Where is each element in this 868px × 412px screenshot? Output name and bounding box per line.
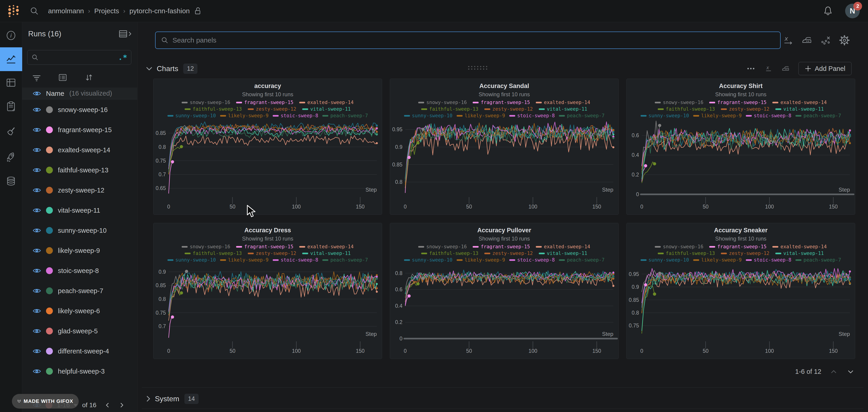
legend-item[interactable]: stoic-sweep-8 (746, 113, 792, 119)
global-search-icon[interactable] (29, 6, 39, 16)
charts-section-title[interactable]: Charts (157, 64, 178, 73)
smoothing-iron-icon[interactable] (801, 35, 812, 46)
run-name[interactable]: different-sweep-4 (58, 348, 109, 355)
breadcrumb-project-name[interactable]: pytorch-cnn-fashion (129, 7, 190, 15)
legend-item[interactable]: vital-sweep-11 (775, 106, 824, 112)
breadcrumb-projects[interactable]: Projects (94, 7, 119, 15)
eye-icon[interactable] (33, 368, 41, 374)
breadcrumb-user[interactable]: anmolmann (48, 7, 84, 15)
line-chart-plot[interactable]: 00.20.40.6050100150Step (627, 119, 855, 210)
run-name[interactable]: fragrant-sweep-15 (58, 126, 112, 134)
legend-item[interactable]: vital-sweep-11 (302, 106, 351, 112)
expand-runs-table-icon[interactable] (118, 29, 132, 39)
outliers-scatter-icon[interactable] (820, 35, 831, 46)
prev-page-icon[interactable] (104, 402, 111, 409)
line-chart-plot[interactable]: 0.750.80.850.90.95050100150Step (627, 263, 855, 355)
run-name[interactable]: zesty-sweep-12 (58, 187, 104, 194)
legend-item[interactable]: faithful-sweep-13 (185, 251, 242, 256)
legend-item[interactable]: zesty-sweep-12 (721, 106, 769, 112)
run-row[interactable]: sunny-sweep-10 (22, 220, 137, 241)
legend-item[interactable]: peach-sweep-7 (796, 257, 841, 263)
line-chart-plot[interactable]: 0.650.70.750.80.85050100150Step (154, 119, 382, 210)
run-name[interactable]: stoic-sweep-8 (58, 267, 99, 275)
artifacts-database-icon[interactable] (5, 176, 17, 187)
legend-item[interactable]: sunny-sweep-10 (167, 257, 216, 263)
run-row[interactable]: snowy-sweep-16 (22, 100, 137, 120)
legend-item[interactable]: stoic-sweep-8 (273, 257, 318, 263)
next-page-icon[interactable] (119, 402, 125, 409)
notifications-bell-icon[interactable] (823, 6, 833, 16)
eye-icon[interactable] (33, 107, 41, 113)
chevron-down-icon[interactable] (145, 66, 153, 71)
runs-search-input[interactable] (39, 54, 118, 61)
wandb-logo[interactable] (7, 4, 20, 18)
eye-icon[interactable] (33, 328, 41, 334)
line-chart-plot[interactable]: 00.20.40.60.8050100150Step (390, 263, 618, 355)
legend-item[interactable]: peach-sweep-7 (322, 113, 368, 119)
legend-item[interactable]: exalted-sweep-14 (536, 244, 590, 249)
x-axis-settings-icon[interactable]: x (783, 35, 794, 46)
legend-item[interactable]: fragrant-sweep-15 (473, 100, 530, 105)
group-list-icon[interactable] (58, 73, 67, 82)
run-row[interactable]: faithful-sweep-13 (22, 160, 137, 180)
runs-list-header[interactable]: Name (16 visualized) (22, 88, 137, 99)
run-name[interactable]: faithful-sweep-13 (58, 166, 108, 174)
legend-item[interactable]: faithful-sweep-13 (421, 251, 478, 256)
legend-item[interactable]: peach-sweep-7 (322, 257, 368, 263)
eye-icon[interactable] (33, 268, 41, 274)
legend-item[interactable]: peach-sweep-7 (796, 113, 841, 119)
run-row[interactable]: likely-sweep-6 (22, 301, 137, 321)
eye-icon[interactable] (33, 91, 41, 96)
run-name[interactable]: exalted-sweep-14 (58, 146, 110, 154)
legend-item[interactable]: exalted-sweep-14 (772, 100, 827, 105)
legend-item[interactable]: sunny-sweep-10 (404, 257, 453, 263)
legend-item[interactable]: peach-sweep-7 (559, 257, 604, 263)
overview-info-icon[interactable]: i (5, 30, 17, 41)
chart-panel-accuracy-shirt[interactable]: Accuracy ShirtShowing first 10 runssnowy… (626, 78, 855, 215)
section-overflow-menu-icon[interactable] (746, 64, 756, 74)
legend-item[interactable]: likely-sweep-9 (220, 113, 269, 119)
page-up-icon[interactable] (829, 368, 838, 375)
legend-item[interactable]: zesty-sweep-12 (248, 106, 296, 112)
page-down-icon[interactable] (846, 368, 855, 375)
legend-item[interactable]: stoic-sweep-8 (509, 113, 555, 119)
run-row[interactable]: stoic-sweep-8 (22, 261, 137, 281)
legend-item[interactable]: exalted-sweep-14 (299, 244, 353, 249)
run-row[interactable]: glad-sweep-5 (22, 321, 137, 341)
chart-panel-accuracy-sneaker[interactable]: Accuracy SneakerShowing first 10 runssno… (626, 223, 855, 359)
section-drag-handle[interactable] (467, 65, 489, 71)
run-name[interactable]: likely-sweep-9 (58, 247, 100, 254)
legend-item[interactable]: vital-sweep-11 (775, 251, 824, 256)
legend-item[interactable]: fragrant-sweep-15 (473, 244, 530, 249)
legend-item[interactable]: vital-sweep-11 (302, 251, 351, 256)
legend-item[interactable]: vital-sweep-11 (539, 251, 587, 256)
avatar[interactable]: N 2 (845, 4, 860, 18)
legend-item[interactable]: zesty-sweep-12 (484, 106, 533, 112)
section-smoothing-icon[interactable] (781, 64, 790, 73)
run-row[interactable]: vital-sweep-11 (22, 200, 137, 220)
chart-panel-accuracy[interactable]: accuracyShowing first 10 runssnowy-sweep… (153, 78, 382, 215)
run-row[interactable]: peach-sweep-7 (22, 281, 137, 301)
run-row[interactable]: fragrant-sweep-15 (22, 120, 137, 140)
legend-item[interactable]: fragrant-sweep-15 (709, 244, 767, 249)
legend-item[interactable]: likely-sweep-9 (220, 257, 269, 263)
run-row[interactable]: exalted-sweep-14 (22, 140, 137, 160)
legend-item[interactable]: likely-sweep-9 (457, 257, 505, 263)
eye-icon[interactable] (33, 308, 41, 314)
sweeps-broom-icon[interactable] (5, 126, 17, 137)
legend-item[interactable]: likely-sweep-9 (693, 113, 742, 119)
add-panel-button[interactable]: Add Panel (799, 62, 851, 75)
legend-item[interactable]: zesty-sweep-12 (721, 251, 769, 256)
legend-item[interactable]: faithful-sweep-13 (421, 106, 478, 112)
legend-item[interactable]: sunny-sweep-10 (641, 257, 689, 263)
eye-icon[interactable] (33, 127, 41, 133)
run-name[interactable]: helpful-sweep-3 (58, 368, 105, 375)
toggle-all-visibility[interactable] (33, 91, 41, 96)
panel-search-input[interactable] (173, 36, 775, 44)
eye-icon[interactable] (33, 248, 41, 254)
regex-toggle[interactable]: .* (118, 53, 127, 62)
legend-item[interactable]: snowy-sweep-16 (418, 244, 467, 249)
run-name[interactable]: sunny-sweep-10 (58, 227, 106, 234)
run-row[interactable]: different-sweep-4 (22, 341, 137, 361)
runs-table-tab-icon[interactable] (5, 77, 17, 88)
